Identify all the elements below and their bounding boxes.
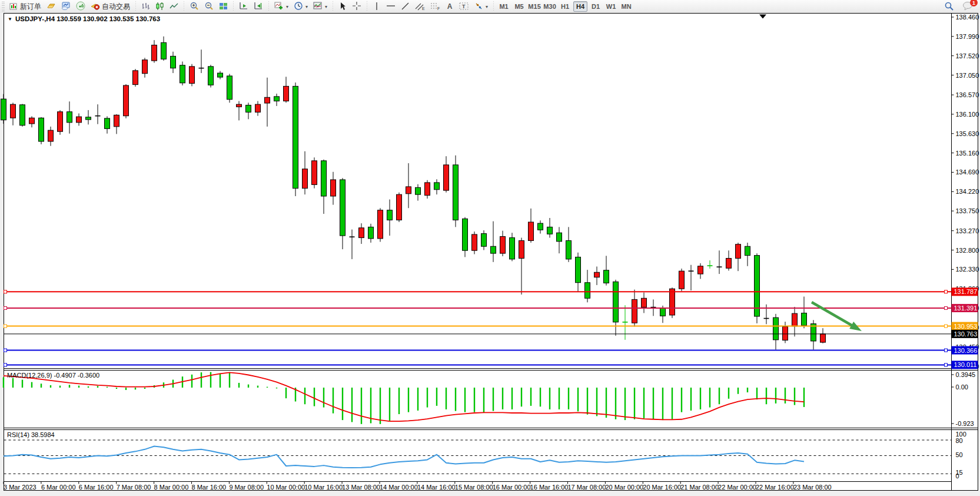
- toolbar-grip[interactable]: [2, 2, 5, 11]
- clock-icon: [294, 1, 303, 12]
- timeframe-M15[interactable]: M15: [527, 1, 542, 12]
- svg-text:80: 80: [956, 437, 963, 444]
- svg-text:16 Mar 00:00: 16 Mar 00:00: [493, 484, 531, 491]
- new-order-label: 新订单: [20, 2, 41, 12]
- svg-text:130.366: 130.366: [954, 347, 978, 354]
- timeframe-M1[interactable]: M1: [497, 1, 511, 12]
- chevron-down-icon: ▾: [286, 4, 288, 9]
- svg-text:22 Mar 16:00: 22 Mar 16:00: [756, 484, 794, 491]
- tile-windows-button[interactable]: [217, 1, 230, 12]
- chevron-down-icon: ▾: [325, 4, 327, 9]
- svg-text:138.460: 138.460: [956, 14, 979, 21]
- svg-text:132.800: 132.800: [956, 247, 979, 254]
- svg-text:E: E: [422, 6, 425, 11]
- macd-indicator-label: MACD(12,26,9) -0.4907 -0.3600: [7, 372, 99, 379]
- horizontal-line-button[interactable]: [384, 1, 398, 12]
- timeframe-M30[interactable]: M30: [543, 1, 557, 12]
- timeframe-group: M1M5M15M30H1H4D1W1MN: [497, 1, 633, 12]
- trendline-button[interactable]: [398, 1, 412, 12]
- fibonacci-icon: F: [430, 2, 440, 12]
- arrows-icon: [474, 2, 483, 12]
- svg-text:6 Mar 00:00: 6 Mar 00:00: [41, 484, 76, 491]
- candlestick-chart-button[interactable]: [153, 1, 167, 12]
- arrows-button[interactable]: ▾: [472, 1, 490, 12]
- toolbar-separator: [492, 1, 495, 12]
- svg-text:23 Mar 08:00: 23 Mar 08:00: [793, 484, 832, 491]
- crosshair-button[interactable]: [350, 1, 364, 12]
- svg-text:15 Mar 08:00: 15 Mar 08:00: [455, 484, 493, 491]
- svg-text:136.100: 136.100: [956, 111, 979, 118]
- cursor-button[interactable]: [336, 1, 349, 12]
- crosshair-icon: [352, 1, 361, 12]
- svg-text:16 Mar 16:00: 16 Mar 16:00: [530, 484, 569, 491]
- signals-button[interactable]: [74, 1, 88, 12]
- notification-badge: 1: [970, 0, 978, 6]
- toolbar-separator: [232, 1, 235, 12]
- market-watch-button[interactable]: [59, 1, 73, 12]
- rsi-indicator-label: RSI(14) 38.5984: [7, 431, 55, 438]
- notifications-button[interactable]: 1: [960, 1, 975, 12]
- price-chart[interactable]: 138.460137.990137.520137.050136.570136.1…: [0, 13, 980, 496]
- svg-text:131.787: 131.787: [954, 288, 978, 295]
- timeframe-M5[interactable]: M5: [512, 1, 526, 12]
- svg-text:F: F: [437, 6, 440, 11]
- chart-window: 138.460137.990137.520137.050136.570136.1…: [0, 13, 980, 496]
- svg-text:135.630: 135.630: [956, 130, 979, 137]
- zoom-out-icon: [204, 1, 214, 12]
- svg-text:21 Mar 08:00: 21 Mar 08:00: [680, 484, 719, 491]
- svg-text:135.160: 135.160: [956, 150, 979, 157]
- line-chart-button[interactable]: [167, 1, 181, 12]
- zoom-out-button[interactable]: [202, 1, 216, 12]
- vertical-line-button[interactable]: [370, 1, 383, 12]
- symbol-ohlc-text: USDJPY-,H4 130.559 130.902 130.535 130.7…: [15, 15, 160, 22]
- indicators-button[interactable]: ▾: [272, 1, 291, 12]
- fibonacci-button[interactable]: F: [428, 1, 443, 12]
- svg-text:10 Mar 00:00: 10 Mar 00:00: [267, 484, 305, 491]
- svg-text:9 Mar 08:00: 9 Mar 08:00: [229, 484, 264, 491]
- svg-text:0.00: 0.00: [956, 383, 968, 391]
- timeframe-H1[interactable]: H1: [558, 1, 572, 12]
- chart-title: ▼ USDJPY-,H4 130.559 130.902 130.535 130…: [8, 15, 160, 22]
- periods-button[interactable]: ▾: [291, 1, 310, 12]
- svg-text:0: 0: [956, 472, 959, 480]
- zoom-in-button[interactable]: [187, 1, 201, 12]
- text-button[interactable]: A: [443, 1, 456, 12]
- text-label-button[interactable]: T: [457, 1, 471, 12]
- svg-text:137.990: 137.990: [956, 33, 979, 40]
- chart-shift-button[interactable]: [251, 1, 265, 12]
- toolbar-separator: [267, 1, 270, 12]
- svg-text:14 Mar 16:00: 14 Mar 16:00: [417, 484, 456, 491]
- vertical-line-icon: [374, 2, 380, 12]
- charts-button[interactable]: [44, 1, 58, 12]
- tile-windows-icon: [219, 2, 228, 12]
- svg-text:133.270: 133.270: [956, 227, 979, 234]
- chart-shift-icon: [254, 1, 263, 12]
- auto-trading-button[interactable]: 自动交易: [88, 1, 132, 12]
- svg-text:14 Mar 00:00: 14 Mar 00:00: [380, 484, 418, 491]
- templates-button[interactable]: ▾: [311, 1, 330, 12]
- timeframe-D1[interactable]: D1: [589, 1, 603, 12]
- signal-waves-icon: [76, 1, 85, 12]
- indicators-icon: [274, 1, 284, 12]
- svg-text:6 Mar 16:00: 6 Mar 16:00: [79, 484, 114, 491]
- svg-text:136.570: 136.570: [956, 91, 979, 98]
- svg-text:22 Mar 00:00: 22 Mar 00:00: [718, 484, 756, 491]
- timeframe-MN[interactable]: MN: [619, 1, 633, 12]
- svg-text:20 Mar 00:00: 20 Mar 00:00: [605, 484, 643, 491]
- svg-text:134.690: 134.690: [956, 168, 979, 176]
- svg-text:132.330: 132.330: [956, 266, 979, 273]
- auto-scroll-icon: [239, 1, 248, 12]
- toolbar-separator: [182, 1, 185, 12]
- new-order-button[interactable]: 新订单: [7, 1, 44, 12]
- one-click-expand-icon[interactable]: ▼: [8, 16, 12, 22]
- equidistant-channel-button[interactable]: E: [413, 1, 427, 12]
- timeframe-W1[interactable]: W1: [604, 1, 618, 12]
- bar-chart-button[interactable]: [139, 1, 152, 12]
- search-button[interactable]: [942, 1, 956, 12]
- timeframe-H4[interactable]: H4: [573, 1, 587, 12]
- auto-trading-icon: [91, 1, 100, 12]
- svg-text:8 Mar 00:00: 8 Mar 00:00: [154, 484, 189, 491]
- gold-ingot-icon: [46, 1, 56, 12]
- auto-scroll-button[interactable]: [237, 1, 251, 12]
- equidistant-channel-icon: E: [415, 2, 425, 12]
